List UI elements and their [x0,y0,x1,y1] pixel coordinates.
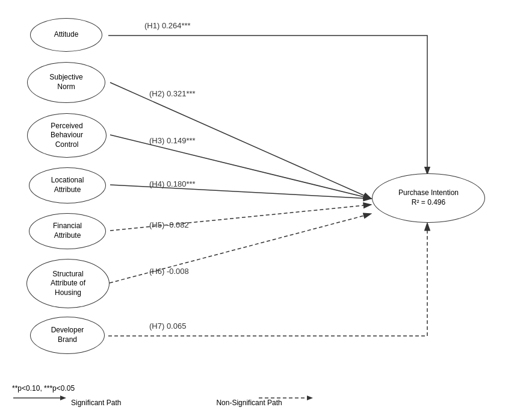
structural-attribute-node: StructuralAttribute ofHousing [26,259,110,308]
h4-label: (H4) 0.180*** [149,179,196,188]
developer-brand-node: DeveloperBrand [30,317,105,354]
attitude-node: Attitude [30,18,102,52]
locational-attribute-node: LocationalAttribute [29,167,106,203]
legend-note: **p<0.10, ***p<0.05 [12,384,282,393]
h1-label: (H1) 0.264*** [144,21,191,30]
diagram-container: (H1) 0.264*** (H2) 0.321*** (H3) 0.149**… [0,0,532,413]
h5-label: (H5) -0.082 [149,220,189,229]
financial-attribute-node: FinancialAttribute [29,213,106,249]
significant-path-legend: Significant Path [12,399,121,407]
svg-marker-5 [307,396,313,400]
h7-label: (H7) 0.065 [149,321,186,331]
purchase-intention-node: Purchase IntentionR² = 0.496 [372,173,485,223]
h6-label: (H6) -0.008 [149,267,189,276]
subjective-norm-node: SubjectiveNorm [27,62,105,103]
h2-label: (H2) 0.321*** [149,89,196,98]
perceived-behaviour-node: PerceivedBehaviourControl [27,113,107,158]
legend-area: **p<0.10, ***p<0.05 Significant Path Non… [12,384,282,407]
nonsignificant-path-legend: Non-Significant Path [157,399,282,407]
h3-label: (H3) 0.149*** [149,136,196,145]
